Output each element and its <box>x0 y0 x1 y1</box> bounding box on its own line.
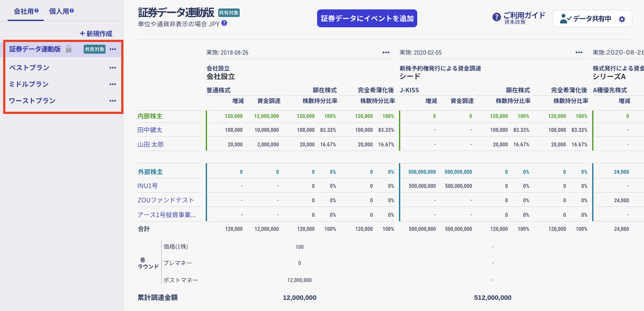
svg-text:512,000,000: 512,000,000 <box>474 294 511 301</box>
svg-text:2020-08-28: 2020-08-28 <box>606 48 644 56</box>
svg-text:12,000,000: 12,000,000 <box>283 294 316 301</box>
